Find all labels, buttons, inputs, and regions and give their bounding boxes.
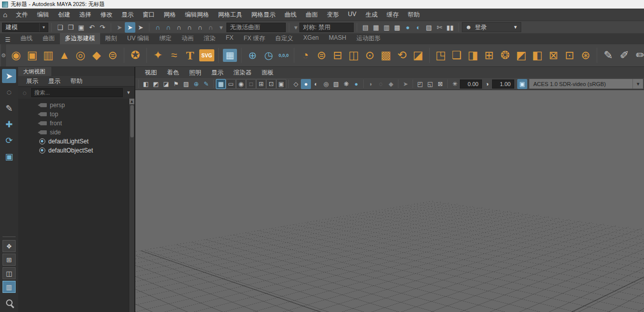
field-chart-icon[interactable]: ⊞ <box>256 79 266 89</box>
shelf-tab-渲染[interactable]: 渲染 <box>199 33 221 44</box>
bend-deformer-icon[interactable]: ◔ <box>297 46 313 64</box>
poly-disc-icon[interactable]: ⊜ <box>105 46 121 64</box>
snap-to-curve-icon[interactable]: ∩ <box>163 22 174 33</box>
layout-persp-outliner-button[interactable]: ▥ <box>3 281 16 293</box>
wedge-icon[interactable]: ❂ <box>497 46 513 64</box>
snap-to-point-icon[interactable]: ∩ <box>174 22 184 33</box>
mirror-icon[interactable]: ◫ <box>346 46 362 64</box>
image-plane-icon[interactable]: ▨ <box>181 79 191 89</box>
shelf-tab-多边形建模[interactable]: 多边形建模 <box>60 33 100 44</box>
poly-plane-icon[interactable]: ◆ <box>89 46 105 64</box>
outliner-item-front[interactable]: front <box>18 119 129 128</box>
shelf-tab-曲面[interactable]: 曲面 <box>38 33 60 44</box>
paint-select-tool-icon[interactable]: ✎ <box>2 101 16 115</box>
hierarchy-select-icon[interactable]: ➤ <box>114 22 125 33</box>
flat-shade-icon[interactable]: ◐ <box>311 79 321 89</box>
menu-编辑[interactable]: 编辑 <box>32 9 53 21</box>
light-editor-icon[interactable]: ✄ <box>434 22 445 33</box>
hypershade-icon[interactable]: ● <box>403 22 413 33</box>
menu-帮助[interactable]: 帮助 <box>403 9 424 21</box>
shelf-menu-icon[interactable]: ☰ <box>2 36 15 44</box>
search-caret-icon[interactable]: ▼ <box>125 90 132 95</box>
menu-修改[interactable]: 修改 <box>96 9 117 21</box>
outliner-scrollbar[interactable]: ▲ <box>129 99 134 312</box>
edge-flow-tool-icon[interactable]: ✐ <box>616 46 632 64</box>
poly-cylinder-icon[interactable]: ▥ <box>40 46 56 64</box>
filter-icon[interactable]: ◌ <box>20 89 29 97</box>
wireframe-on-shaded-icon[interactable]: ◎ <box>321 79 331 89</box>
scroll-up-icon[interactable]: ▲ <box>129 99 134 104</box>
menu-uv[interactable]: UV <box>343 9 361 21</box>
shelf-tab-动画[interactable]: 动画 <box>177 33 199 44</box>
svg-tool-icon[interactable]: SVG <box>199 49 214 61</box>
shelf-tab-xgen[interactable]: XGen <box>298 33 324 44</box>
shelf-tab-自定义[interactable]: 自定义 <box>270 33 298 44</box>
spherize-icon[interactable]: ⊛ <box>578 46 594 64</box>
super-shapes-icon[interactable]: ▦ <box>223 49 237 62</box>
symmetry-field[interactable]: 对称: 禁用 <box>299 23 354 32</box>
view-transform-icon[interactable]: ▣ <box>517 79 527 89</box>
snap-to-grid-icon[interactable]: ∩ <box>152 22 163 33</box>
quad-draw-tool-icon[interactable]: ✏ <box>632 46 644 64</box>
active-surface-field[interactable]: 无激活曲面 <box>226 23 286 32</box>
viewport-menu-视图[interactable]: 视图 <box>140 67 162 79</box>
search-input[interactable] <box>31 88 123 97</box>
menu-生成[interactable]: 生成 <box>361 9 382 21</box>
menu-网格显示[interactable]: 网格显示 <box>247 9 280 21</box>
make-live-icon[interactable]: ∩ <box>205 22 216 33</box>
sweep-mesh-icon[interactable]: ✦ <box>150 46 166 64</box>
pause-viewport-icon[interactable]: ▮▮ <box>445 22 455 33</box>
shelf-tab-曲线[interactable]: 曲线 <box>16 33 38 44</box>
next-view-icon[interactable]: ◪ <box>161 79 171 89</box>
shelf-tab-运动图形[interactable]: 运动图形 <box>351 33 385 44</box>
poly-cube-icon[interactable]: ▣ <box>24 46 40 64</box>
exposure-field[interactable]: 0.00 <box>460 80 482 89</box>
fill-hole-icon[interactable]: ⊡ <box>561 46 578 64</box>
color-space-caret-icon[interactable]: ▼ <box>632 79 643 89</box>
ipr-update-icon[interactable]: ◐ <box>413 22 424 33</box>
textured-display-icon[interactable]: ▧ <box>331 79 341 89</box>
shelf-tab-fx-缓存[interactable]: FX 缓存 <box>238 33 270 44</box>
component-select-icon[interactable]: ➤ <box>135 22 146 33</box>
menu-窗口[interactable]: 窗口 <box>138 9 159 21</box>
outliner-menu-显示[interactable]: 显示 <box>44 76 64 87</box>
menu-变形[interactable]: 变形 <box>322 9 343 21</box>
shelf-tab-fx[interactable]: FX <box>221 33 238 44</box>
shelf-tab-绑定[interactable]: 绑定 <box>154 33 177 44</box>
outliner-item-persp[interactable]: persp <box>18 101 129 110</box>
menu-编辑网格[interactable]: 编辑网格 <box>180 9 213 21</box>
curve-warp-icon[interactable]: ≈ <box>166 46 182 64</box>
bevel-icon[interactable]: ❏ <box>449 46 465 64</box>
crop-region-icon[interactable]: ⊠ <box>435 79 445 89</box>
grease-pencil-icon[interactable]: ✎ <box>201 79 211 89</box>
outliner-item-top[interactable]: top <box>18 110 129 119</box>
poly-sphere-icon[interactable]: ◉ <box>8 46 24 64</box>
film-gate-icon[interactable]: ▭ <box>226 79 236 89</box>
save-scene-icon[interactable]: ▣ <box>76 22 87 33</box>
menu-缓存[interactable]: 缓存 <box>382 9 403 21</box>
viewport-menu-显示[interactable]: 显示 <box>207 67 228 79</box>
shadows-icon[interactable]: ● <box>351 79 361 89</box>
snapshot-icon[interactable]: ◰ <box>415 79 425 89</box>
outliner-title[interactable]: 大纲视图 <box>18 67 51 76</box>
isolate-select-icon[interactable]: ➤ <box>400 79 411 89</box>
move-tool-icon[interactable]: ✚ <box>2 117 16 131</box>
snap-to-view-plane-icon[interactable]: ∩ <box>195 22 205 33</box>
gamma-icon[interactable]: ◑ <box>482 79 492 89</box>
snapshot-paste-icon[interactable]: ◱ <box>425 79 435 89</box>
crease-tool-icon[interactable]: ✎ <box>600 46 616 64</box>
magnifier-icon[interactable] <box>6 299 13 306</box>
layout-single-pane-button[interactable]: ❖ <box>3 240 16 252</box>
safe-action-icon[interactable]: ⊡ <box>266 79 276 89</box>
multi-cut-icon[interactable]: ⊞ <box>481 46 497 64</box>
select-tool-icon[interactable]: ➤ <box>2 69 16 83</box>
scrollbar-thumb[interactable] <box>130 105 134 137</box>
menu-set-dropdown[interactable]: 建模 ▼ <box>2 23 48 32</box>
menu-创建[interactable]: 创建 <box>53 9 74 21</box>
outliner-item-defaultLightSet[interactable]: defaultLightSet <box>18 137 129 146</box>
gamma-field[interactable]: 1.00 <box>492 80 514 89</box>
render-view-icon[interactable]: ▤ <box>360 22 371 33</box>
viewport-menu-着色[interactable]: 着色 <box>163 67 184 79</box>
menu-文件[interactable]: 文件 <box>11 9 32 21</box>
delete-history-icon[interactable]: ◷ <box>261 46 277 64</box>
